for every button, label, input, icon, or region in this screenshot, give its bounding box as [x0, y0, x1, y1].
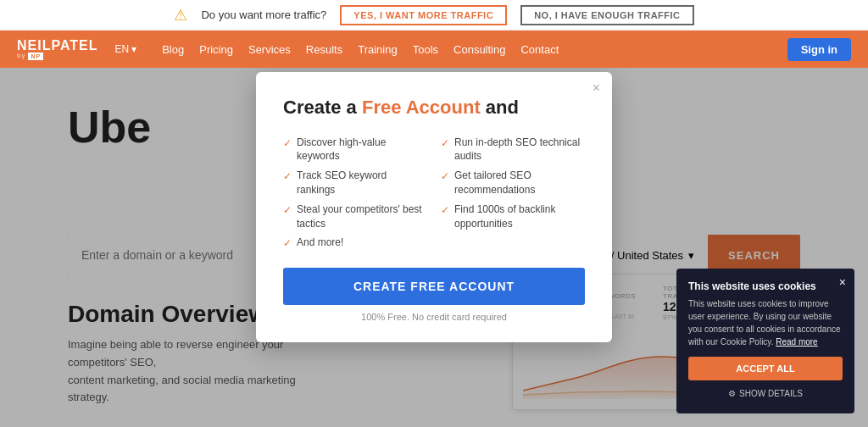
check-icon-6: ✓ — [441, 203, 449, 218]
cookie-close-button[interactable]: × — [839, 275, 846, 289]
nav-training[interactable]: Training — [358, 43, 397, 56]
banner-text: Do you want more traffic? — [201, 8, 326, 21]
top-banner: ⚠ Do you want more traffic? YES, I WANT … — [0, 0, 868, 30]
feature-5: ✓ Steal your competitors' best tactics — [283, 202, 427, 231]
language-selector[interactable]: EN ▾ — [115, 43, 137, 55]
accept-all-button[interactable]: ACCEPT ALL — [688, 357, 843, 380]
create-free-account-button[interactable]: CREATE FREE ACCOUNT — [283, 268, 585, 305]
nav-pricing[interactable]: Pricing — [199, 43, 233, 56]
logo: NEILPATEL by NP — [17, 39, 98, 60]
check-icon-5: ✓ — [283, 203, 292, 218]
feature-1: ✓ Discover high-value keywords — [283, 136, 427, 164]
feature-6: ✓ Find 1000s of backlink opportunities — [441, 202, 585, 231]
signin-button[interactable]: Sign in — [787, 38, 851, 61]
modal-title: Create a Free Account and — [283, 96, 585, 120]
check-icon-2: ✓ — [441, 136, 449, 151]
modal-footer-text: 100% Free. No credit card required — [283, 312, 585, 322]
np-badge: NP — [28, 53, 43, 60]
nav-results[interactable]: Results — [306, 43, 342, 56]
modal-close-button[interactable]: × — [593, 80, 600, 96]
cookie-text: This website uses cookies to improve use… — [688, 297, 843, 348]
show-details-button[interactable]: ⚙ SHOW DETAILS — [688, 385, 843, 402]
yes-traffic-button[interactable]: YES, I WANT MORE TRAFFIC — [340, 5, 507, 25]
create-account-modal: × Create a Free Account and ✓ Discover h… — [256, 72, 612, 342]
nav-tools[interactable]: Tools — [413, 43, 438, 56]
check-icon-4: ✓ — [441, 169, 449, 184]
nav-consulting[interactable]: Consulting — [453, 43, 505, 56]
check-icon-1: ✓ — [283, 136, 292, 151]
features-grid: ✓ Discover high-value keywords ✓ Run in-… — [283, 136, 585, 252]
check-icon-7: ✓ — [283, 236, 292, 251]
gear-icon: ⚙ — [728, 389, 736, 398]
no-traffic-button[interactable]: NO, I HAVE ENOUGH TRAFFIC — [520, 5, 693, 25]
read-more-link[interactable]: Read more — [776, 337, 817, 347]
feature-4: ✓ Get tailored SEO recommendations — [441, 169, 585, 197]
cookie-title: This website uses cookies — [688, 280, 843, 292]
feature-2: ✓ Run in-depth SEO technical audits — [441, 136, 585, 164]
nav-links: Blog Pricing Services Results Training T… — [162, 43, 770, 56]
nav-contact[interactable]: Contact — [520, 43, 559, 56]
nav-services[interactable]: Services — [248, 43, 291, 56]
nav-blog[interactable]: Blog — [162, 43, 184, 56]
feature-7: ✓ And more! — [283, 236, 427, 251]
warning-icon: ⚠ — [174, 6, 187, 25]
cookie-banner: × This website uses cookies This website… — [676, 269, 854, 413]
navbar: NEILPATEL by NP EN ▾ Blog Pricing Servic… — [0, 30, 868, 68]
feature-3: ✓ Track SEO keyword rankings — [283, 169, 427, 197]
main-content: Ube Want more traffic? Uber Just type in… — [0, 68, 868, 427]
check-icon-3: ✓ — [283, 169, 292, 184]
